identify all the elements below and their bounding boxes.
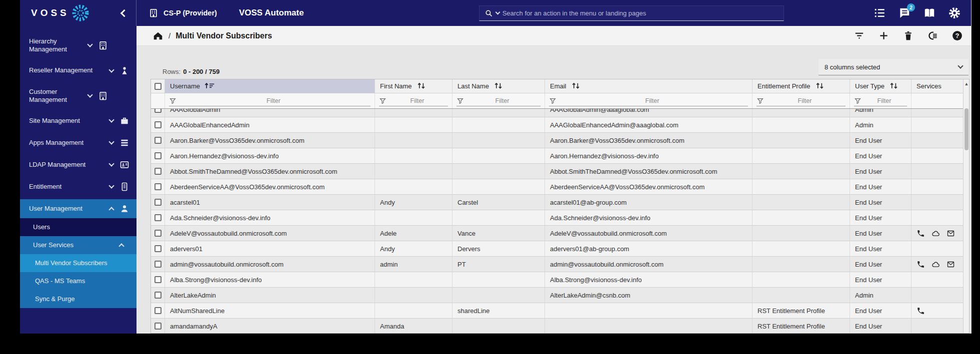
- messages-icon[interactable]: 2: [898, 6, 911, 19]
- phone-icon[interactable]: [916, 229, 925, 238]
- row-checkbox[interactable]: [154, 276, 162, 283]
- mail-icon[interactable]: [946, 229, 955, 238]
- filter-cell-entitlement-profile[interactable]: Filter: [752, 93, 850, 108]
- row-checkbox[interactable]: [154, 307, 162, 314]
- row-checkbox[interactable]: [154, 121, 162, 128]
- column-header-user-type[interactable]: User Type: [850, 79, 912, 93]
- column-header-email[interactable]: Email: [545, 79, 752, 93]
- related-items-icon[interactable]: [927, 30, 938, 41]
- search-icon: [484, 9, 493, 17]
- numbered-list-icon[interactable]: [873, 6, 886, 19]
- sidebar-collapse-icon[interactable]: [120, 9, 128, 17]
- hierarchy-label: CS-P (Provider): [164, 9, 217, 17]
- cell-entitlement-profile: [752, 272, 850, 287]
- table-row[interactable]: AltNumSharedLinesharedLineRST Entitlemen…: [151, 303, 969, 319]
- help-icon[interactable]: ?: [952, 30, 963, 41]
- sidebar-item-ldap-management[interactable]: LDAP Management: [20, 155, 136, 174]
- column-header-username[interactable]: Username: [165, 79, 375, 93]
- home-icon[interactable]: [152, 30, 164, 41]
- filter-cell-last-name[interactable]: Filter: [452, 93, 545, 108]
- row-checkbox[interactable]: [154, 109, 162, 113]
- sidebar-item-users[interactable]: Users: [20, 218, 136, 236]
- filter-input[interactable]: Filter: [556, 97, 748, 104]
- row-checkbox[interactable]: [154, 230, 162, 237]
- select-all-checkbox[interactable]: [154, 83, 162, 90]
- filter-input[interactable]: Filter: [764, 97, 846, 104]
- row-checkbox[interactable]: [154, 292, 162, 299]
- filter-list-icon[interactable]: [854, 30, 865, 41]
- column-header-entitlement-profile[interactable]: Entitlement Profile: [752, 79, 850, 93]
- sidebar-item-reseller-management[interactable]: Reseller Management: [20, 61, 136, 80]
- row-checkbox[interactable]: [154, 245, 162, 252]
- sidebar-item-multi-vendor-subscribers[interactable]: Multi Vendor Subscribers: [20, 254, 136, 272]
- settings-gear-icon[interactable]: [948, 6, 961, 19]
- sidebar-item-hierarchy-management[interactable]: Hierarchy Management: [20, 33, 136, 58]
- documentation-book-icon[interactable]: [923, 6, 936, 19]
- phone-icon[interactable]: [916, 260, 925, 269]
- row-checkbox[interactable]: [154, 214, 162, 221]
- cell-username: acarstel01: [165, 195, 375, 210]
- column-header-last-name[interactable]: Last Name: [452, 79, 545, 93]
- sidebar-item-sync-purge[interactable]: Sync & Purge: [20, 290, 136, 308]
- hierarchy-selector[interactable]: CS-P (Provider): [148, 8, 217, 18]
- table-row[interactable]: Ada.Schneider@visionoss-dev.infoAda.Schn…: [151, 210, 969, 226]
- table-row[interactable]: AdeleV@vossautobuild.onmicrosoft.comAdel…: [151, 226, 969, 241]
- table-scrollbar[interactable]: ▲: [963, 79, 969, 333]
- cell-entitlement-profile: [752, 133, 850, 148]
- row-checkbox[interactable]: [154, 323, 162, 330]
- search-input[interactable]: [502, 9, 778, 17]
- table-panel: Rows: 0 - 200 / 759 8 columns selected U…: [136, 46, 971, 334]
- sidebar-item-user-management[interactable]: User Management: [20, 199, 136, 218]
- sidebar-item-entitlement[interactable]: Entitlement: [20, 177, 136, 196]
- scrollbar-thumb[interactable]: [964, 108, 968, 150]
- filter-cell-username[interactable]: Filter: [165, 93, 375, 108]
- scroll-up-icon[interactable]: ▲: [964, 81, 970, 86]
- cell-services: [912, 288, 964, 303]
- table-row[interactable]: Aaron.Hernandez@visionoss-dev.infoAaron.…: [151, 148, 969, 164]
- row-checkbox-cell: [151, 303, 165, 318]
- filter-cell-user-type[interactable]: Filter: [850, 93, 912, 108]
- mail-icon[interactable]: [946, 260, 955, 269]
- delete-trash-icon[interactable]: [902, 30, 914, 41]
- sidebar-item-qas-ms-teams[interactable]: QAS - MS Teams: [20, 272, 136, 290]
- funnel-icon: [756, 97, 764, 105]
- table-row[interactable]: AberdeenServiceAA@VossO365dev.onmicrosof…: [151, 179, 969, 195]
- sidebar-item-customer-management[interactable]: Customer Management: [20, 83, 136, 109]
- table-row[interactable]: AAAGlobalAdminAAAGlobalAdmin@aaaglobal.c…: [151, 109, 969, 117]
- search-scope-chevron-icon[interactable]: [495, 10, 500, 15]
- table-row[interactable]: Abbot.SmithTheDamned@VossO365dev.onmicro…: [151, 164, 969, 179]
- cell-username: AdeleV@vossautobuild.onmicrosoft.com: [165, 226, 375, 241]
- cell-user-type: End User: [850, 319, 912, 333]
- add-icon[interactable]: [878, 30, 890, 41]
- columns-selected-dropdown[interactable]: 8 columns selected: [818, 59, 968, 75]
- cloud-icon[interactable]: [932, 260, 940, 269]
- row-checkbox[interactable]: [154, 168, 162, 175]
- table-row[interactable]: amandamandyAAmandaRST Entitlement Profil…: [151, 319, 969, 333]
- row-checkbox[interactable]: [154, 199, 162, 206]
- column-header-services[interactable]: Services: [912, 79, 964, 93]
- filter-input[interactable]: Filter: [386, 97, 448, 104]
- row-checkbox-cell: [151, 257, 165, 272]
- sidebar-item-site-management[interactable]: Site Management: [20, 111, 136, 130]
- table-row[interactable]: Aaron.Barker@VossO365dev.onmicrosoft.com…: [151, 133, 969, 148]
- filter-cell-first-name[interactable]: Filter: [375, 93, 452, 108]
- row-checkbox[interactable]: [154, 183, 162, 190]
- table-row[interactable]: AAAGlobalEnhancedAdminAAAGlobalEnhancedA…: [151, 117, 969, 133]
- filter-input[interactable]: Filter: [464, 97, 540, 104]
- sidebar-item-apps-management[interactable]: Apps Management: [20, 133, 136, 152]
- filter-cell-email[interactable]: Filter: [545, 93, 752, 108]
- table-row[interactable]: AlterLakeAdminAlterLakeAdmin@csnb.comAdm…: [151, 288, 969, 303]
- table-row[interactable]: Alba.Strong@visionoss-dev.infoAlba.Stron…: [151, 272, 969, 288]
- table-row[interactable]: adervers01AndyDerversadervers01@ab-group…: [151, 241, 969, 257]
- table-row[interactable]: acarstel01AndyCarstelacarstel01@ab-group…: [151, 195, 969, 210]
- cloud-icon[interactable]: [932, 229, 940, 238]
- table-row[interactable]: admin@vossautobuild.onmicrosoft.comadmin…: [151, 257, 969, 272]
- sidebar-item-user-services[interactable]: User Services: [20, 236, 136, 254]
- row-checkbox[interactable]: [154, 137, 162, 144]
- column-header-first-name[interactable]: First Name: [375, 79, 452, 93]
- row-checkbox[interactable]: [154, 152, 162, 159]
- row-checkbox[interactable]: [154, 261, 162, 268]
- filter-input[interactable]: Filter: [176, 97, 370, 104]
- filter-input[interactable]: Filter: [862, 97, 907, 104]
- phone-icon[interactable]: [916, 307, 925, 315]
